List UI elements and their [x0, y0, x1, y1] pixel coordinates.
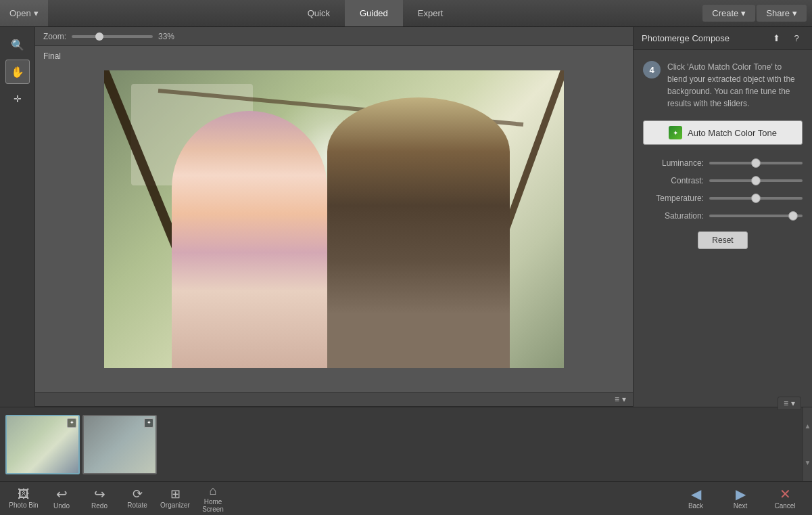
chevron-down-icon: ▾: [622, 395, 626, 404]
filmstrip-thumb-1[interactable]: ✦: [5, 415, 80, 474]
home-screen-icon: ⌂: [210, 485, 217, 497]
saturation-track: [709, 215, 803, 217]
left-toolbar: 🔍 ✋ ✛: [0, 27, 35, 407]
panel-upload-button[interactable]: ⬆: [769, 31, 784, 46]
move-tool[interactable]: ✛: [5, 87, 30, 111]
auto-match-icon: ✦: [669, 126, 682, 139]
open-button[interactable]: Open ▾: [0, 0, 48, 26]
expert-tab[interactable]: Expert: [403, 0, 458, 26]
share-dropdown-icon: ▾: [792, 8, 797, 18]
saturation-thumb[interactable]: [788, 211, 798, 221]
temperature-slider-row: Temperature:: [643, 194, 803, 203]
panel-body: 4 Click 'Auto Match Color Tone' to blend…: [634, 50, 812, 407]
step-row: 4 Click 'Auto Match Color Tone' to blend…: [643, 61, 803, 110]
photo-canvas: [104, 70, 564, 368]
photo-bin-tool[interactable]: 🖼 Photo Bin: [5, 484, 42, 514]
photo-bin-icon: 🖼: [18, 488, 30, 500]
quick-tab[interactable]: Quick: [293, 0, 345, 26]
home-screen-tool[interactable]: ⌂ Home Screen: [195, 484, 231, 514]
panel-header: Photomerge Compose ⬆ ?: [634, 27, 812, 50]
panel-help-button[interactable]: ?: [789, 31, 804, 46]
filmstrip-scroll-up[interactable]: ▲: [803, 407, 812, 445]
create-button[interactable]: Create ▾: [702, 5, 755, 22]
toggle-arrow-icon: ▾: [791, 399, 795, 408]
create-dropdown-icon: ▾: [741, 8, 746, 18]
filmstrip-toggle-small[interactable]: ≡ ▾: [615, 395, 626, 404]
mode-tabs: Quick Guided Expert: [293, 0, 458, 26]
filmstrip-thumb-2[interactable]: ✦: [82, 415, 157, 474]
organizer-icon: ⊞: [170, 488, 181, 500]
temperature-thumb[interactable]: [751, 194, 761, 203]
temperature-track: [709, 197, 803, 200]
guided-tab[interactable]: Guided: [345, 0, 403, 26]
redo-icon: ↪: [94, 487, 105, 501]
saturation-label: Saturation:: [643, 211, 704, 221]
top-bar: Open ▾ Quick Guided Expert Create ▾ Shar…: [0, 0, 812, 27]
luminance-label: Luminance:: [643, 158, 704, 168]
right-panel: Photomerge Compose ⬆ ? 4 Click 'Auto Mat…: [633, 27, 812, 407]
undo-tool[interactable]: ↩ Undo: [43, 484, 80, 514]
luminance-thumb[interactable]: [751, 158, 761, 168]
dropdown-icon: ▾: [34, 8, 39, 18]
cancel-button[interactable]: ✕ Cancel: [763, 484, 807, 514]
step-description: Click 'Auto Match Color Tone' to blend y…: [667, 61, 803, 110]
contrast-slider-row: Contrast:: [643, 176, 803, 185]
zoom-slider[interactable]: [72, 35, 153, 38]
zoom-tool[interactable]: 🔍: [5, 32, 30, 57]
upload-icon: ⬆: [769, 33, 784, 43]
filmstrip-scroll: ▲ ▼: [803, 407, 812, 481]
toggle-list-icon: ≡: [784, 399, 788, 408]
list-icon: ≡: [615, 395, 619, 404]
undo-icon: ↩: [56, 487, 68, 501]
luminance-slider-row: Luminance:: [643, 158, 803, 168]
temperature-label: Temperature:: [643, 194, 704, 203]
reset-button[interactable]: Reset: [698, 231, 747, 249]
canvas-area: Zoom: 33% Final: [35, 27, 633, 407]
next-icon: ▶: [736, 487, 746, 501]
redo-tool[interactable]: ↪ Redo: [81, 484, 118, 514]
zoom-icon: 🔍: [11, 39, 24, 51]
bottom-bar: 🖼 Photo Bin ↩ Undo ↪ Redo ⟳ Rotate ⊞ Org…: [0, 481, 812, 515]
canvas-content: Final: [35, 46, 633, 392]
rotate-icon: ⟳: [133, 488, 143, 500]
filmstrip-bar: ≡ ▾ ✦ ✦ ▲ ▼: [0, 407, 812, 481]
filmstrip-toggle[interactable]: ≡ ▾: [778, 397, 801, 410]
hand-tool[interactable]: ✋: [5, 60, 30, 84]
organizer-tool[interactable]: ⊞ Organizer: [157, 484, 193, 514]
filmstrip-scroll-down[interactable]: ▼: [803, 445, 812, 482]
back-icon: ◀: [691, 487, 701, 501]
saturation-slider-row: Saturation:: [643, 211, 803, 221]
auto-match-color-tone-button[interactable]: ✦ Auto Match Color Tone: [643, 120, 803, 145]
thumb-badge-2: ✦: [144, 418, 153, 428]
main-layout: 🔍 ✋ ✛ Zoom: 33% Final: [0, 27, 812, 407]
back-button[interactable]: ◀ Back: [674, 484, 717, 514]
zoom-bar: Zoom: 33%: [35, 27, 633, 46]
canvas-label: Final: [43, 51, 61, 61]
contrast-thumb[interactable]: [751, 176, 761, 185]
next-button[interactable]: ▶ Next: [719, 484, 762, 514]
right-buttons: Create ▾ Share ▾: [702, 5, 812, 22]
help-icon: ?: [789, 33, 804, 43]
move-icon: ✛: [14, 93, 22, 104]
contrast-label: Contrast:: [643, 176, 704, 185]
share-button[interactable]: Share ▾: [757, 5, 807, 22]
rotate-tool[interactable]: ⟳ Rotate: [119, 484, 156, 514]
luminance-track: [709, 162, 803, 164]
bottom-divider: ≡ ▾: [35, 392, 633, 407]
cancel-icon: ✕: [780, 487, 791, 501]
step-circle: 4: [643, 61, 661, 79]
contrast-track: [709, 179, 803, 182]
hand-icon: ✋: [11, 66, 24, 79]
thumb-badge-1: ✦: [67, 418, 76, 428]
